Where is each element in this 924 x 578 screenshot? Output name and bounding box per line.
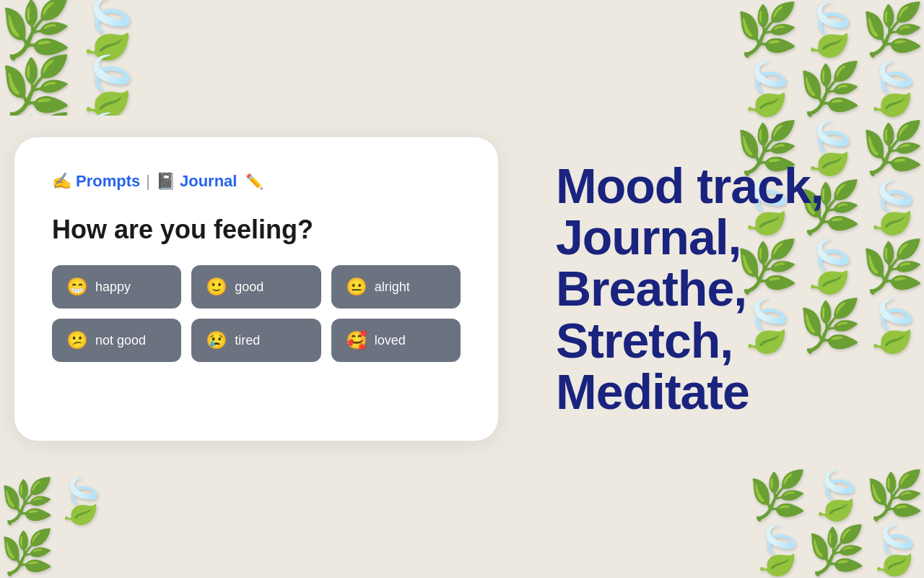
happy-emoji: 😁 (66, 277, 88, 297)
right-panel: Mood track, Journal, Breathe, Stretch, M… (513, 0, 924, 578)
mood-grid: 😁 happy 🙂 good 😐 alright 😕 not good 😢 ti… (52, 265, 461, 362)
tired-emoji: 😢 (206, 330, 227, 350)
nav-tabs: ✍️ Prompts | 📓 Journal ✏️ (52, 172, 461, 191)
alright-emoji: 😐 (346, 277, 367, 297)
mood-button-alright[interactable]: 😐 alright (331, 265, 461, 309)
prompts-icon: ✍️ (52, 172, 71, 191)
prompts-label: Prompts (76, 172, 140, 191)
tab-prompts[interactable]: ✍️ Prompts (52, 172, 140, 191)
mood-button-loved[interactable]: 🥰 loved (331, 319, 461, 362)
mood-button-tired[interactable]: 😢 tired (191, 319, 321, 362)
left-panel: ✍️ Prompts | 📓 Journal ✏️ How are you fe… (0, 0, 513, 578)
alright-label: alright (375, 280, 410, 295)
not-good-label: not good (95, 333, 146, 348)
mood-button-happy[interactable]: 😁 happy (52, 265, 181, 309)
journal-label: Journal (180, 172, 237, 191)
loved-emoji: 🥰 (346, 330, 367, 350)
mood-button-good[interactable]: 🙂 good (191, 265, 321, 309)
edit-icon: ✏️ (245, 173, 263, 190)
tab-journal[interactable]: 📓 Journal (156, 172, 237, 191)
journal-icon: 📓 (156, 172, 175, 191)
mood-card: ✍️ Prompts | 📓 Journal ✏️ How are you fe… (14, 137, 498, 441)
good-emoji: 🙂 (206, 277, 227, 297)
loved-label: loved (375, 333, 406, 348)
good-label: good (235, 280, 263, 295)
feeling-question: How are you feeling? (52, 214, 461, 245)
nav-separator: | (146, 172, 150, 191)
mood-button-not-good[interactable]: 😕 not good (52, 319, 181, 362)
not-good-emoji: 😕 (66, 330, 88, 350)
tired-label: tired (235, 333, 260, 348)
app-tagline: Mood track, Journal, Breathe, Stretch, M… (556, 160, 895, 418)
happy-label: happy (95, 280, 131, 295)
